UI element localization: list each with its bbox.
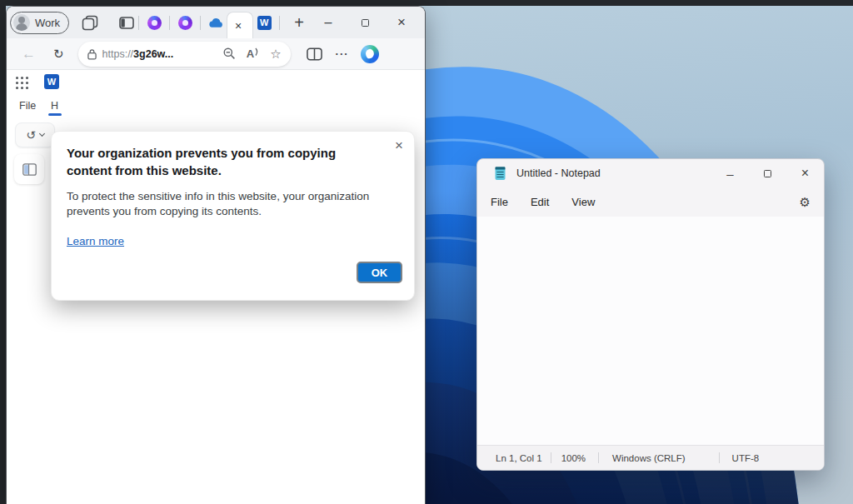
notepad-window: Untitled - Notepad – × File Edit View ⚙ …: [476, 158, 825, 471]
screen-edge-left: [0, 0, 6, 504]
maximize-icon: [764, 170, 771, 177]
dialog-body: To protect the sensitive info in this we…: [67, 189, 402, 221]
navigation-bar: ← ↻ https:// 3g26w... A ☆: [7, 38, 425, 70]
notepad-titlebar: Untitled - Notepad – ×: [477, 159, 824, 187]
browser-page-content: W File H ↺ × Your organization prevents …: [7, 70, 425, 504]
menu-edit[interactable]: Edit: [531, 196, 549, 208]
dialog-title: Your organization prevents you from copy…: [67, 144, 377, 180]
status-divider: [551, 452, 551, 463]
copy-blocked-dialog: × Your organization prevents you from co…: [51, 131, 415, 301]
status-cursor-position: Ln 1, Col 1: [496, 453, 542, 463]
gear-icon[interactable]: ⚙: [800, 195, 811, 210]
copilot-swirl-icon: [147, 16, 162, 30]
copilot-swirl-icon: [178, 16, 192, 30]
menu-file[interactable]: File: [491, 196, 508, 208]
tab-strip: Work × W: [7, 7, 425, 38]
tab-onedrive[interactable]: [205, 12, 227, 33]
tab-active[interactable]: ×: [227, 12, 253, 38]
tab-divider: [279, 16, 280, 30]
home-menu-underline: [48, 113, 62, 116]
tab-word[interactable]: W: [253, 12, 275, 33]
address-bar[interactable]: https:// 3g26w... A ☆: [78, 42, 291, 67]
status-encoding: UTF-8: [732, 453, 760, 463]
notepad-window-controls: – ×: [711, 159, 824, 187]
status-zoom-level: 100%: [561, 453, 586, 463]
page-menu-file[interactable]: File: [19, 100, 36, 112]
tab-divider: [200, 16, 201, 30]
word-icon: W: [257, 16, 272, 30]
sidebar-panel-icon: [22, 163, 37, 176]
maximize-icon: [362, 19, 369, 27]
copilot-icon[interactable]: [361, 45, 379, 63]
back-button[interactable]: ←: [22, 46, 36, 62]
screen-edge-top: [0, 0, 853, 6]
minimize-button[interactable]: –: [310, 10, 347, 35]
notepad-title: Untitled - Notepad: [516, 167, 601, 179]
tab-close-icon[interactable]: ×: [235, 20, 242, 32]
undo-button[interactable]: ↺: [15, 122, 55, 147]
settings-more-icon[interactable]: ···: [336, 47, 349, 60]
zoom-out-icon[interactable]: [223, 47, 236, 60]
app-launcher-icon[interactable]: [16, 77, 18, 79]
favorite-star-icon[interactable]: ☆: [270, 47, 281, 62]
profile-label: Work: [35, 17, 60, 29]
edge-browser-window: Work × W: [6, 6, 426, 504]
status-divider: [598, 452, 599, 463]
notepad-minimize-button[interactable]: –: [711, 159, 749, 187]
undo-icon: ↺: [26, 129, 36, 141]
url-scheme: https://: [102, 48, 134, 60]
menu-view[interactable]: View: [571, 196, 595, 208]
tab-copilot-2[interactable]: [174, 12, 196, 33]
close-button[interactable]: ×: [383, 10, 420, 35]
chevron-down-icon: [39, 131, 45, 137]
maximize-button[interactable]: [347, 10, 383, 35]
tab-actions-menu-icon[interactable]: [119, 17, 134, 29]
split-screen-icon[interactable]: [307, 47, 322, 61]
learn-more-link[interactable]: Learn more: [67, 235, 124, 247]
dialog-close-icon[interactable]: ×: [395, 138, 403, 152]
word-app-icon: W: [44, 74, 59, 89]
status-divider: [719, 452, 720, 463]
notepad-menubar: File Edit View ⚙: [477, 187, 824, 217]
notepad-close-button[interactable]: ×: [786, 159, 824, 187]
profile-button[interactable]: Work: [10, 12, 69, 34]
url-host: 3g26w...: [133, 48, 173, 60]
new-tab-button[interactable]: +: [289, 14, 309, 31]
tab-divider: [138, 16, 139, 30]
page-menu-home[interactable]: H: [51, 100, 58, 112]
tab-copilot-1[interactable]: [143, 12, 165, 33]
ok-button[interactable]: OK: [357, 262, 402, 283]
notepad-icon: [494, 166, 506, 181]
read-aloud-icon[interactable]: A: [247, 47, 259, 60]
refresh-button[interactable]: ↻: [53, 47, 64, 62]
workspaces-icon[interactable]: [82, 15, 98, 31]
status-line-ending: Windows (CRLF): [612, 453, 686, 463]
address-bar-actions: A ☆: [223, 47, 282, 62]
profile-avatar-icon: [13, 14, 30, 31]
sidebar-toggle-button[interactable]: [14, 154, 44, 184]
notepad-text-area[interactable]: [477, 217, 824, 445]
notepad-maximize-button[interactable]: [749, 159, 786, 187]
onedrive-cloud-icon: [207, 17, 224, 28]
browser-window-controls: – ×: [310, 10, 420, 35]
tab-divider: [169, 16, 170, 30]
notepad-status-bar: Ln 1, Col 1 100% Windows (CRLF) UTF-8: [477, 445, 824, 470]
lock-icon: [87, 48, 97, 60]
